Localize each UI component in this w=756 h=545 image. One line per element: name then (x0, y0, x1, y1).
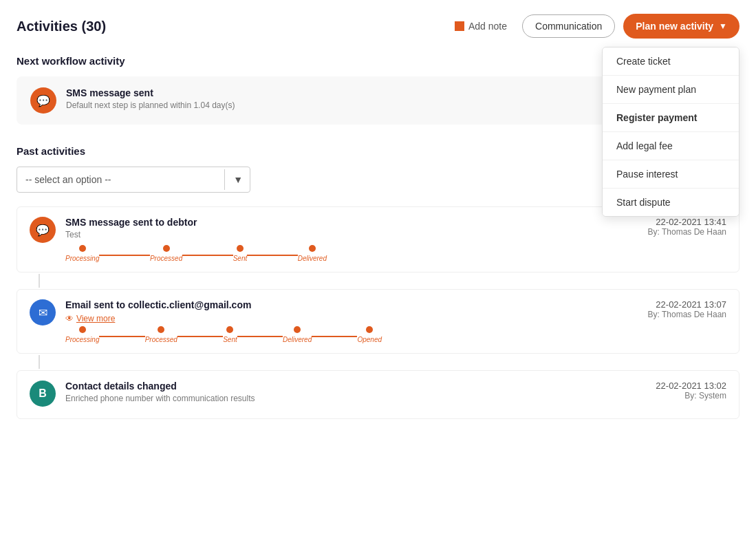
email-date: 22-02-2021 13:07 (648, 299, 727, 310)
chat-icon: 💬 (36, 224, 50, 237)
add-note-label: Add note (468, 21, 507, 32)
header-actions: Add note Communication Plan new activity… (448, 14, 739, 39)
sms-debtor-body: SMS message sent to debtor Test Processi… (65, 217, 638, 262)
email-by: By: Thomas De Haan (648, 310, 727, 319)
next-workflow-icon: 💬 (30, 87, 56, 114)
contact-title: Contact details changed (65, 381, 646, 392)
progress-line-2 (182, 255, 233, 256)
email-icon: ✉ (30, 299, 56, 325)
contact-by: By: System (656, 391, 726, 400)
progress-line-1 (99, 255, 149, 256)
step-label-delivered: Delivered (298, 255, 327, 262)
email-step-processing: Processing (65, 326, 99, 343)
plan-activity-label: Plan new activity (636, 21, 713, 32)
step-processing: Processing (65, 245, 99, 262)
next-workflow-activity-title: SMS message sent (66, 87, 592, 98)
email-step-delivered: Delivered (283, 326, 312, 343)
email-step-label-sent: Sent (223, 336, 237, 343)
email-progress-line-2 (177, 336, 223, 337)
past-activity-item-email: ✉ Email sent to collectic.client@gmail.c… (17, 289, 739, 354)
page-header: Activities (30) Add note Communication P… (17, 14, 739, 39)
filter-select-wrapper: -- select an option -- ▼ (17, 167, 250, 193)
add-note-button[interactable]: Add note (448, 17, 514, 36)
chevron-down-icon: ▼ (719, 21, 727, 31)
contact-meta: 22-02-2021 13:02 By: System (656, 381, 726, 400)
eye-icon: 👁 (65, 314, 74, 323)
step-dot (366, 326, 373, 333)
email-step-sent: Sent (223, 326, 237, 343)
step-dot (226, 326, 233, 333)
step-dot (309, 245, 316, 252)
envelope-icon: ✉ (39, 306, 47, 319)
dropdown-item-create-ticket[interactable]: Create ticket (603, 47, 739, 76)
step-dot (294, 326, 301, 333)
contact-b-icon: B (39, 387, 47, 400)
page-title: Activities (30) (17, 19, 106, 34)
email-step-label-processed: Processed (145, 336, 177, 343)
email-progress-line-4 (312, 336, 357, 337)
step-label-processing: Processing (65, 255, 99, 262)
step-sent: Sent (233, 245, 248, 262)
step-dot (237, 245, 244, 252)
email-step-label-processing: Processing (65, 336, 99, 343)
sms-icon: 💬 (36, 94, 50, 107)
step-dot (79, 326, 86, 333)
email-progress-line-1 (99, 336, 144, 337)
dropdown-item-add-legal-fee[interactable]: Add legal fee (603, 132, 739, 160)
step-label-processed: Processed (150, 255, 182, 262)
contact-label: Enriched phone number with communication… (65, 394, 646, 403)
filter-select[interactable]: -- select an option -- (17, 167, 250, 192)
sms-debtor-label: Test (65, 230, 638, 239)
sms-debtor-date: 22-02-2021 13:41 (648, 217, 727, 227)
email-step-opened: Opened (357, 326, 382, 343)
past-activity-item-contact: B Contact details changed Enriched phone… (17, 370, 739, 419)
next-workflow-activity-subtitle: Default next step is planned within 1.04… (66, 100, 592, 110)
view-more-link[interactable]: View more (76, 314, 115, 323)
email-body: Email sent to collectic.client@gmail.com… (65, 299, 638, 343)
contact-date: 22-02-2021 13:02 (656, 381, 726, 391)
step-dot (158, 326, 164, 333)
select-divider (224, 169, 225, 190)
email-progress-line-3 (237, 336, 283, 337)
email-progress: Processing Processed Sent (65, 326, 382, 343)
email-step-processed: Processed (145, 326, 177, 343)
communication-button[interactable]: Communication (522, 14, 615, 38)
sms-debtor-title: SMS message sent to debtor (65, 217, 638, 228)
sms-debtor-progress: Processing Processed Sent (65, 245, 327, 262)
vertical-line-1 (39, 274, 40, 288)
next-workflow-info: SMS message sent Default next step is pl… (66, 87, 592, 110)
vertical-line-2 (39, 355, 40, 369)
email-title: Email sent to collectic.client@gmail.com (65, 299, 638, 310)
progress-line-3 (247, 255, 297, 256)
step-dot (163, 245, 170, 252)
email-step-label-opened: Opened (357, 336, 382, 343)
dropdown-item-pause-interest[interactable]: Pause interest (603, 160, 739, 189)
plan-activity-button[interactable]: Plan new activity ▼ (623, 14, 739, 39)
dropdown-item-register-payment[interactable]: Register payment (603, 104, 739, 132)
note-icon (455, 21, 464, 31)
dropdown-item-new-payment-plan[interactable]: New payment plan (603, 76, 739, 104)
plan-activity-wrapper: Plan new activity ▼ Create ticket New pa… (623, 14, 739, 39)
main-container: Activities (30) Add note Communication P… (0, 0, 756, 545)
dropdown-item-start-dispute[interactable]: Start dispute (603, 189, 739, 216)
email-view-more-row: 👁 View more (65, 312, 638, 323)
contact-icon: B (30, 381, 56, 407)
email-step-label-delivered: Delivered (283, 336, 312, 343)
step-label-sent: Sent (233, 255, 248, 262)
contact-body: Contact details changed Enriched phone n… (65, 381, 646, 409)
step-processed: Processed (150, 245, 182, 262)
email-meta: 22-02-2021 13:07 By: Thomas De Haan (648, 299, 727, 319)
sms-debtor-by: By: Thomas De Haan (648, 227, 727, 237)
sms-debtor-meta: 22-02-2021 13:41 By: Thomas De Haan (648, 217, 727, 237)
sms-debtor-icon: 💬 (30, 217, 56, 243)
step-delivered: Delivered (298, 245, 327, 262)
step-dot (79, 245, 86, 252)
plan-activity-dropdown: Create ticket New payment plan Register … (602, 47, 739, 217)
